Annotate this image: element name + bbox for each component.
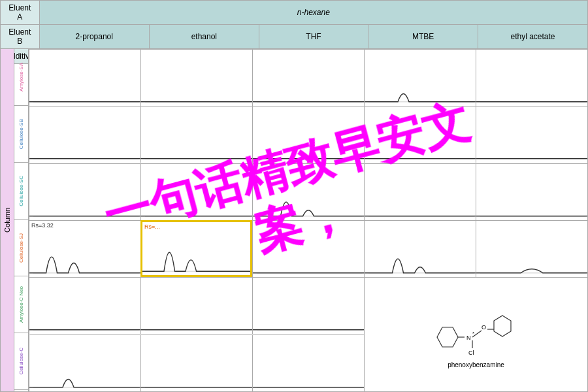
chart-cell-r2-c3 bbox=[364, 163, 476, 220]
eluent-b-col-5: ethyl acetate bbox=[478, 25, 588, 49]
row-label-text-1: Cellulose-SB bbox=[18, 119, 24, 149]
chart-cell-r2-c2 bbox=[252, 163, 364, 220]
chart-cell-r1-c0 bbox=[29, 106, 140, 163]
chart-cell-r2-c4 bbox=[476, 163, 587, 220]
chart-cell-r2-c1 bbox=[140, 163, 252, 220]
eluent-b-row: Eluent B 2-propanol ethanol THF MTBE eth… bbox=[1, 25, 588, 49]
molecule-cell: N * O Cl bbox=[364, 277, 587, 391]
row-label-text-4: Amylose-C Neo bbox=[18, 286, 24, 323]
chart-cell-r4-c0 bbox=[29, 277, 140, 334]
chart-cell-r3-c4 bbox=[476, 220, 587, 277]
column-text: Column bbox=[3, 208, 11, 233]
molecule-svg: N * O Cl bbox=[424, 301, 529, 360]
row-labels: Amylose-SACellulose-SBCellulose-SCCellul… bbox=[14, 49, 29, 392]
chart-cell-r5-c0 bbox=[29, 335, 140, 391]
chart-cell-r5-c2 bbox=[252, 335, 364, 391]
chart-cell-r4-c1 bbox=[140, 277, 252, 334]
eluent-b-col-4: MTBE bbox=[368, 25, 478, 49]
eluent-a-value: n-hexane bbox=[39, 1, 587, 25]
row-label-1: Cellulose-SB bbox=[14, 106, 28, 163]
chart-cell-r3-c1: Rs=... bbox=[140, 220, 252, 277]
main-grid: Column Amylose-SACellulose-SBCellulose-S… bbox=[0, 49, 588, 392]
eluent-b-col-1: 2-propanol bbox=[39, 25, 149, 49]
svg-marker-23 bbox=[437, 327, 458, 347]
row-label-3: Cellulose-SJ bbox=[14, 220, 28, 276]
svg-text:N: N bbox=[466, 335, 471, 341]
row-label-text-5: Cellulose-C bbox=[18, 348, 24, 374]
chart-cell-r0-c1 bbox=[140, 49, 252, 106]
row-label-5: Cellulose-C bbox=[14, 333, 28, 390]
eluent-a-row: Eluent A n-hexane bbox=[1, 1, 588, 25]
charts-grid: Rs=3.32 Rs=... bbox=[29, 49, 588, 392]
chart-cell-r1-c2 bbox=[252, 106, 364, 163]
row-label-4: Amylose-C Neo bbox=[14, 276, 28, 333]
chart-cell-r0-c3 bbox=[364, 49, 476, 106]
column-outer-label: Column bbox=[0, 49, 14, 392]
svg-text:Cl: Cl bbox=[468, 350, 474, 356]
chart-cell-r0-c4 bbox=[476, 49, 587, 106]
chart-cell-r3-c3 bbox=[364, 220, 476, 277]
svg-text:O: O bbox=[482, 324, 486, 331]
row-label-text-0: Amylose-SA bbox=[18, 63, 24, 91]
chart-label-r3-c0: Rs=3.32 bbox=[31, 222, 54, 229]
chart-cell-r1-c1 bbox=[140, 106, 252, 163]
row-label-text-2: Cellulose-SC bbox=[18, 176, 24, 206]
eluent-b-col-3: THF bbox=[259, 25, 368, 49]
chart-label-r3-c1: Rs=... bbox=[144, 223, 160, 230]
chart-cell-r0-c2 bbox=[252, 49, 364, 106]
chart-cell-r1-c3 bbox=[364, 106, 476, 163]
chart-cell-r1-c4 bbox=[476, 106, 587, 163]
chart-cell-r5-c1 bbox=[140, 335, 252, 391]
chart-cell-r4-c2 bbox=[252, 277, 364, 334]
chart-cell-r3-c2 bbox=[252, 220, 364, 277]
chart-cell-r0-c0 bbox=[29, 49, 140, 106]
row-label-0: Amylose-SA bbox=[14, 49, 28, 106]
row-label-2: Cellulose-SC bbox=[14, 163, 28, 220]
row-label-text-3: Cellulose-SJ bbox=[18, 233, 24, 263]
mol-name-label: phenoxybenzamine bbox=[448, 361, 504, 368]
svg-marker-30 bbox=[494, 316, 511, 336]
eluent-b-label: Eluent B bbox=[1, 25, 40, 49]
chart-cell-r2-c0 bbox=[29, 163, 140, 220]
eluent-b-col-2: ethanol bbox=[149, 25, 259, 49]
eluent-a-label: Eluent A bbox=[1, 1, 40, 25]
chart-cell-r3-c0: Rs=3.32 bbox=[29, 220, 140, 277]
